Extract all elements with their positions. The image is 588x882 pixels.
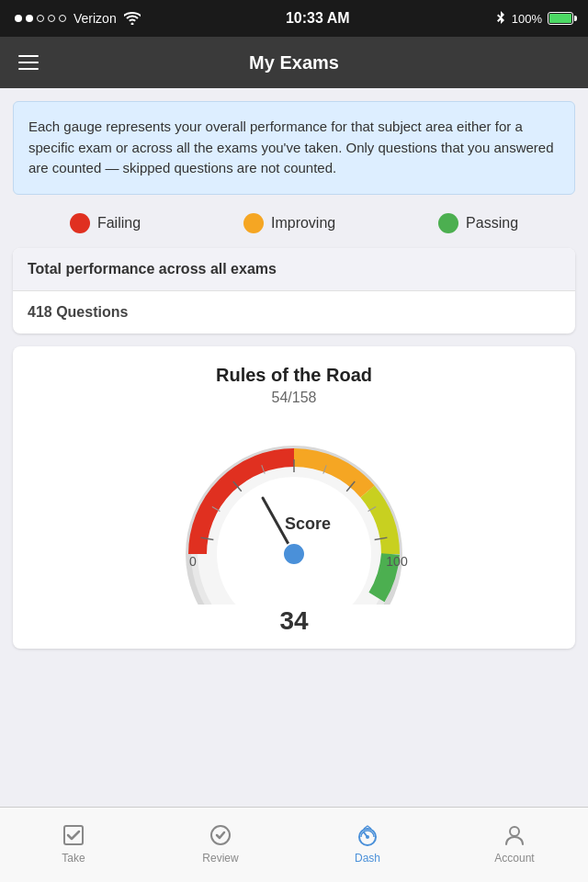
legend-item-improving: Improving bbox=[243, 213, 335, 233]
svg-text:Score: Score bbox=[285, 514, 331, 533]
dot-3 bbox=[37, 15, 44, 22]
account-icon bbox=[502, 822, 527, 848]
take-icon bbox=[61, 822, 86, 848]
svg-point-17 bbox=[283, 543, 305, 565]
nav-bar: My Exams bbox=[0, 37, 588, 88]
carrier-label: Verizon bbox=[74, 11, 117, 26]
gauge-container: 0 100 Score bbox=[31, 421, 557, 605]
svg-point-23 bbox=[510, 827, 519, 836]
tab-item-review[interactable]: Review bbox=[147, 808, 294, 882]
tab-item-account[interactable]: Account bbox=[441, 808, 588, 882]
status-left: Verizon bbox=[15, 11, 141, 26]
battery-icon bbox=[548, 12, 573, 25]
status-bar: Verizon 10:33 AM 100% bbox=[0, 0, 588, 37]
gauge-subtitle: 54/158 bbox=[31, 390, 557, 406]
tab-bar: Take Review Dash Account bbox=[0, 807, 588, 882]
wifi-icon bbox=[124, 12, 141, 25]
passing-dot bbox=[438, 213, 458, 233]
tab-item-take[interactable]: Take bbox=[0, 808, 147, 882]
hamburger-line-3 bbox=[18, 68, 39, 70]
total-performance-header: Total performance across all exams bbox=[13, 248, 575, 291]
passing-label: Passing bbox=[466, 215, 518, 232]
total-performance-card: Total performance across all exams 418 Q… bbox=[13, 248, 575, 334]
gauge-title: Rules of the Road bbox=[31, 365, 557, 386]
signal-dots bbox=[15, 15, 66, 22]
hamburger-line-1 bbox=[18, 55, 39, 57]
svg-point-22 bbox=[366, 835, 369, 839]
dot-2 bbox=[26, 15, 33, 22]
dash-label: Dash bbox=[355, 852, 380, 865]
bluetooth-icon bbox=[495, 11, 506, 26]
dot-5 bbox=[59, 15, 66, 22]
battery-percent: 100% bbox=[512, 12, 542, 26]
improving-dot bbox=[243, 213, 264, 233]
dash-icon bbox=[355, 822, 380, 848]
gauge-card[interactable]: Rules of the Road 54/158 bbox=[13, 346, 575, 649]
legend: Failing Improving Passing bbox=[0, 204, 588, 248]
legend-item-passing: Passing bbox=[438, 213, 518, 233]
svg-text:0: 0 bbox=[189, 554, 197, 569]
info-box: Each gauge represents your overall perfo… bbox=[13, 101, 575, 195]
info-text: Each gauge represents your overall perfo… bbox=[28, 119, 553, 175]
legend-item-failing: Failing bbox=[70, 213, 141, 233]
total-questions: 418 Questions bbox=[13, 291, 575, 334]
gauge-svg: 0 100 Score bbox=[165, 421, 423, 605]
improving-label: Improving bbox=[271, 215, 335, 232]
dot-1 bbox=[15, 15, 22, 22]
review-label: Review bbox=[202, 852, 238, 865]
status-time: 10:33 AM bbox=[286, 10, 350, 27]
battery-fill bbox=[549, 14, 571, 23]
status-right: 100% bbox=[495, 11, 573, 26]
nav-title: My Exams bbox=[249, 52, 339, 74]
failing-dot bbox=[70, 213, 90, 233]
tab-item-dash[interactable]: Dash bbox=[294, 808, 441, 882]
dot-4 bbox=[48, 15, 55, 22]
review-icon bbox=[208, 822, 233, 848]
take-label: Take bbox=[62, 852, 85, 865]
svg-text:100: 100 bbox=[386, 554, 408, 569]
failing-label: Failing bbox=[97, 215, 141, 232]
gauge-score-number: 34 bbox=[31, 606, 557, 636]
account-label: Account bbox=[494, 852, 534, 865]
hamburger-line-2 bbox=[18, 62, 39, 63]
hamburger-menu[interactable] bbox=[18, 55, 39, 70]
